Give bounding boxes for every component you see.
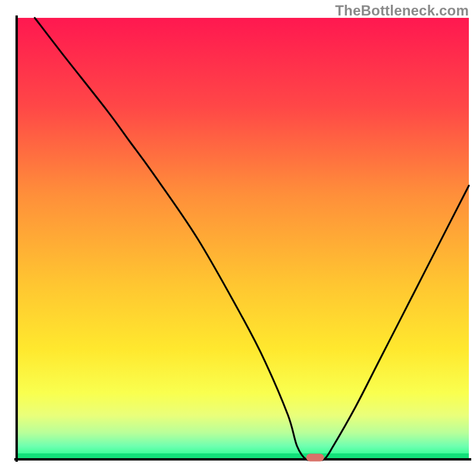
bottleneck-chart xyxy=(0,0,476,476)
chart-container: TheBottleneck.com xyxy=(0,0,476,476)
gradient-background xyxy=(17,18,469,459)
optimal-point-marker xyxy=(306,454,324,462)
watermark-text: TheBottleneck.com xyxy=(335,2,469,19)
